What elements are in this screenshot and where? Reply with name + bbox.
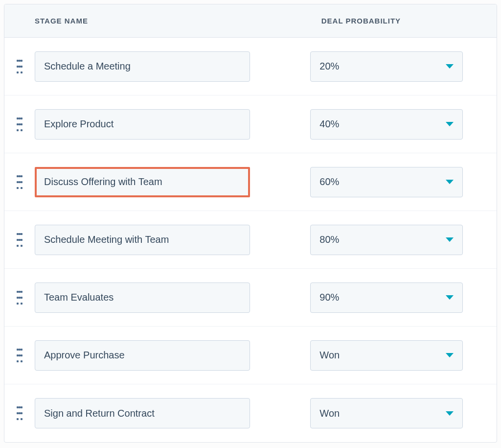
stage-name-input[interactable] <box>35 398 250 428</box>
chevron-down-icon <box>446 295 454 300</box>
deal-probability-value: 40% <box>319 118 339 130</box>
deal-probability-value: 20% <box>319 61 339 72</box>
column-header-stage-name: Stage Name <box>4 17 310 25</box>
deal-probability-select[interactable]: 20% <box>310 51 463 82</box>
deal-probability-value: 60% <box>319 176 339 188</box>
pipeline-stages-panel: Stage Name Deal Probability 20% <box>4 4 497 443</box>
stage-name-input[interactable] <box>35 225 250 255</box>
stage-name-input[interactable] <box>35 51 250 82</box>
column-header-deal-probability: Deal Probability <box>310 17 497 25</box>
drag-handle-icon[interactable] <box>17 349 23 362</box>
drag-handle-icon[interactable] <box>17 291 23 305</box>
chevron-down-icon <box>446 411 454 416</box>
chevron-down-icon <box>446 64 454 69</box>
deal-probability-select[interactable]: 80% <box>310 225 463 255</box>
stage-name-input[interactable] <box>35 340 250 371</box>
stage-name-input[interactable] <box>35 167 250 197</box>
deal-probability-select[interactable]: 60% <box>310 167 463 197</box>
drag-handle-icon[interactable] <box>17 233 23 247</box>
deal-probability-value: Won <box>319 408 340 419</box>
chevron-down-icon <box>446 353 454 357</box>
stage-row: 80% <box>4 211 497 269</box>
stage-row: 40% <box>4 95 497 153</box>
stage-name-input[interactable] <box>35 283 250 313</box>
stage-name-input[interactable] <box>35 109 250 140</box>
table-header: Stage Name Deal Probability <box>4 4 497 38</box>
chevron-down-icon <box>446 122 454 126</box>
stage-row: Won <box>4 384 497 442</box>
deal-probability-select[interactable]: 90% <box>310 283 463 313</box>
drag-handle-icon[interactable] <box>17 118 23 131</box>
chevron-down-icon <box>446 180 454 184</box>
deal-probability-value: 90% <box>319 292 339 303</box>
deal-probability-select[interactable]: 40% <box>310 109 463 140</box>
drag-handle-icon[interactable] <box>17 60 23 73</box>
stage-row: Won <box>4 327 497 384</box>
stage-row: 60% <box>4 153 497 211</box>
deal-probability-value: 80% <box>319 234 339 245</box>
deal-probability-select[interactable]: Won <box>310 398 463 428</box>
stage-row: 20% <box>4 38 497 95</box>
deal-probability-select[interactable]: Won <box>310 340 463 371</box>
chevron-down-icon <box>446 237 454 242</box>
drag-handle-icon[interactable] <box>17 406 23 420</box>
drag-handle-icon[interactable] <box>17 175 23 189</box>
stage-row: 90% <box>4 269 497 327</box>
deal-probability-value: Won <box>319 350 340 361</box>
